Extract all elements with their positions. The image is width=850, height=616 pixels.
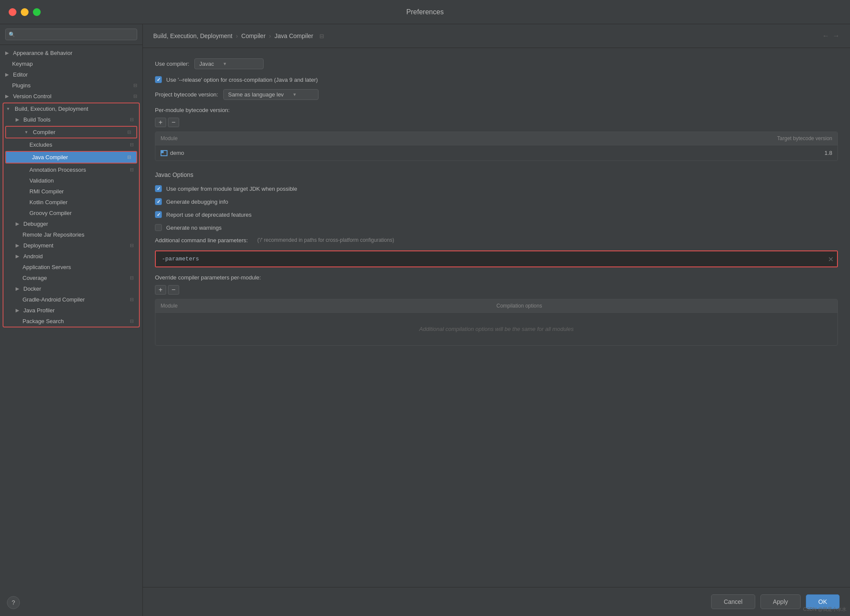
sidebar-item-debugger[interactable]: ▶ Debugger [3,218,139,229]
sidebar-item-label: Build Tools [23,116,51,123]
version-col-header: Target bytecode version [746,135,832,141]
apply-button[interactable]: Apply [760,594,801,609]
module-icon-box [161,150,167,156]
sidebar-item-build-tools[interactable]: ▶ Build Tools ⊟ [3,114,139,125]
chevron-right-icon: ▶ [16,221,22,227]
option-deprecated[interactable]: ✓ Report use of deprecated features [155,211,838,218]
table-row[interactable]: demo 1.8 [155,145,837,160]
sidebar-item-app-servers[interactable]: Application Servers [3,262,139,273]
sidebar-item-keymap[interactable]: Keymap [0,58,142,69]
nav-back-icon[interactable]: ← [822,32,829,40]
use-compiler-row: Use compiler: Javac ▼ [155,58,838,69]
breadcrumb-part-2[interactable]: Compiler [241,32,266,39]
bytecode-dropdown[interactable]: Same as language lev ▼ [223,89,319,100]
cancel-button[interactable]: Cancel [711,594,755,609]
add-compilation-button[interactable]: + [155,285,166,295]
use-from-module-checkbox[interactable]: ✓ [155,185,162,192]
generate-debug-label: Generate debugging info [166,199,228,205]
remove-compilation-button[interactable]: − [168,285,179,295]
chevron-right-icon: ▶ [5,72,11,77]
release-option-checkbox[interactable]: ✓ [155,76,162,83]
checkmark-icon: ✓ [157,212,161,218]
chevron-down-icon: ▾ [7,106,13,112]
sidebar-list: ▶ Appearance & Behavior Keymap ▶ Editor … [0,45,142,594]
sidebar-item-deployment[interactable]: ▶ Deployment ⊟ [3,240,139,251]
close-button[interactable] [9,8,16,16]
option-use-from-module[interactable]: ✓ Use compiler from module target JDK wh… [155,185,838,192]
remove-module-button[interactable]: − [168,118,179,127]
compilation-table-controls: + − [155,285,838,295]
sidebar-item-gradle-android[interactable]: Gradle-Android Compiler ⊟ [3,294,139,305]
compilation-table-header: Module Compilation options [155,299,837,313]
module-version: 1.8 [824,150,832,156]
project-bytecode-label: Project bytecode version: [155,91,218,98]
sidebar-item-remote-jar[interactable]: Remote Jar Repositories [3,229,139,240]
bottom-bar: Cancel Apply OK [143,587,850,616]
sidebar-item-docker[interactable]: ▶ Docker [3,283,139,294]
sidebar-badge: ⊟ [130,117,134,122]
no-warnings-checkbox[interactable] [155,224,162,231]
sidebar-item-java-compiler[interactable]: Java Compiler ⊟ [6,152,136,163]
sidebar-item-compiler[interactable]: ▾ Compiler ⊟ [6,127,136,138]
module-table-controls: + − [155,118,838,127]
watermark: CSDN @我是小水水 [803,606,847,613]
chevron-down-icon: ▼ [293,92,297,97]
sidebar-item-plugins[interactable]: Plugins ⊟ [0,80,142,91]
sidebar-item-label: Build, Execution, Deployment [15,106,88,112]
java-compiler-outline: Java Compiler ⊟ [5,151,137,164]
breadcrumb-part-3[interactable]: Java Compiler [274,32,313,39]
generate-debug-checkbox[interactable]: ✓ [155,198,162,205]
sidebar-item-java-profiler[interactable]: ▶ Java Profiler [3,305,139,316]
sidebar-item-validation[interactable]: Validation [3,175,139,186]
sidebar-item-label: Validation [29,177,54,184]
sidebar-badge: ⊟ [133,93,137,99]
sidebar-item-label: Android [23,253,43,260]
sidebar-item-excludes[interactable]: Excludes ⊟ [3,139,139,150]
help-button[interactable]: ? [7,596,20,609]
breadcrumb-icon: ⊟ [319,33,324,39]
sidebar-item-android[interactable]: ▶ Android [3,251,139,262]
main-content: 🔍 ▶ Appearance & Behavior Keymap ▶ Edito… [0,24,850,616]
minimize-button[interactable] [21,8,29,16]
sidebar-item-version-control[interactable]: ▶ Version Control ⊟ [0,91,142,102]
breadcrumb-part-1[interactable]: Build, Execution, Deployment [153,32,232,39]
sidebar-item-coverage[interactable]: Coverage ⊟ [3,273,139,283]
right-panel: Build, Execution, Deployment › Compiler … [143,24,850,616]
sidebar-badge: ⊟ [130,275,134,281]
bytecode-dropdown-value: Same as language lev [228,91,284,98]
sidebar-item-build-exec[interactable]: ▾ Build, Execution, Deployment [3,103,139,114]
compiler-dropdown[interactable]: Javac ▼ [194,58,264,69]
cmd-input[interactable] [156,251,837,266]
window-controls[interactable] [9,8,41,16]
sidebar-item-editor[interactable]: ▶ Editor [0,69,142,80]
nav-forward-icon[interactable]: → [833,32,840,40]
search-input[interactable] [5,29,137,40]
sidebar-item-label: Groovy Compiler [29,210,72,216]
checkmark-icon: ✓ [157,199,161,205]
panel-content: Use compiler: Javac ▼ ✓ Use '--release' … [143,48,850,587]
sidebar-badge: ⊟ [130,142,134,148]
checkmark-icon: ✓ [157,186,161,192]
sidebar-item-appearance[interactable]: ▶ Appearance & Behavior [0,48,142,58]
maximize-button[interactable] [33,8,41,16]
sidebar-item-label: Version Control [13,93,52,99]
option-no-warnings[interactable]: Generate no warnings [155,224,838,231]
search-box[interactable]: 🔍 [0,24,142,45]
sidebar-badge: ⊟ [130,167,134,173]
module-table: Module Target bytecode version demo 1.8 [155,132,838,161]
add-module-button[interactable]: + [155,118,166,127]
cmd-clear-button[interactable]: ✕ [828,255,834,263]
sidebar-item-kotlin[interactable]: Kotlin Compiler [3,197,139,208]
breadcrumb-separator: › [236,32,238,39]
additional-params-note: ('/' recommended in paths for cross-plat… [258,237,394,243]
additional-params-row: Additional command line parameters: ('/'… [155,237,838,244]
sidebar-item-package-search[interactable]: Package Search ⊟ [3,316,139,327]
option-generate-debug[interactable]: ✓ Generate debugging info [155,198,838,205]
use-from-module-label: Use compiler from module target JDK when… [166,186,297,192]
deprecated-checkbox[interactable]: ✓ [155,211,162,218]
sidebar-item-rmi[interactable]: RMI Compiler [3,186,139,197]
sidebar-item-annotation[interactable]: Annotation Processors ⊟ [3,164,139,175]
compiler-group: ▾ Compiler ⊟ [5,126,137,138]
sidebar-item-groovy[interactable]: Groovy Compiler [3,208,139,218]
release-option-row[interactable]: ✓ Use '--release' option for cross-compi… [155,76,838,83]
